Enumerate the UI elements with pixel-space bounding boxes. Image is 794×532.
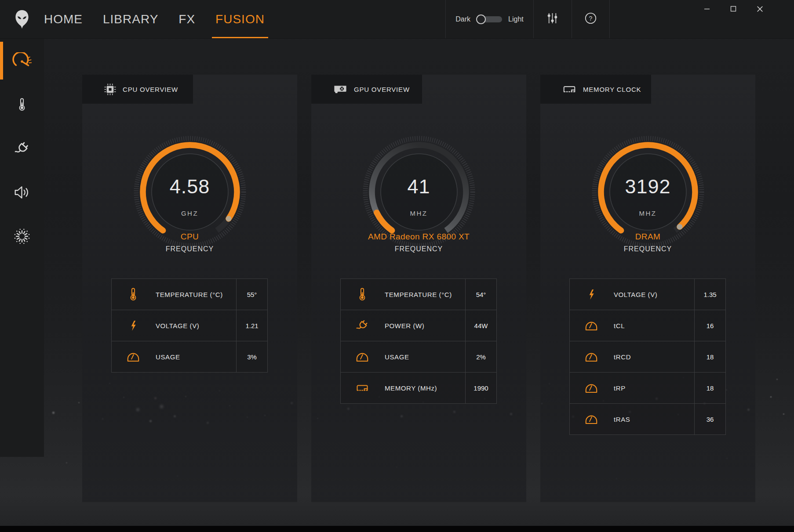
- svg-text:?: ?: [589, 15, 592, 22]
- maximize-icon: [730, 6, 736, 14]
- stat-row-temperature-c: TEMPERATURE (°C)55°: [112, 279, 267, 310]
- panel-tab-title: GPU OVERVIEW: [354, 86, 410, 93]
- theme-switch[interactable]: [476, 14, 503, 24]
- gauge-subtitle: FREQUENCY: [311, 245, 526, 253]
- gauge-icon: [585, 320, 598, 331]
- stat-row-memory-mhz: MEMORY (MHz)1990: [341, 372, 496, 403]
- stat-label: USAGE: [385, 353, 409, 361]
- stat-row-tras: tRAS36: [570, 403, 725, 434]
- sidebar-item-audio[interactable]: [0, 170, 44, 214]
- memory-clock-panel: MEMORY CLOCK 3192 MHZ DRAM FREQUENCY VOL…: [540, 75, 755, 502]
- speedometer-icon: [12, 52, 32, 69]
- sidebar-item-power[interactable]: [0, 127, 44, 170]
- gpu-overview-tab[interactable]: GPU OVERVIEW: [311, 75, 422, 104]
- theme-dark-label: Dark: [455, 15, 470, 23]
- plug-icon: [14, 141, 30, 156]
- stat-label: TEMPERATURE (°C): [156, 291, 223, 298]
- gauge-title: CPU: [82, 232, 297, 242]
- gpu-card-icon: [333, 84, 347, 94]
- gauge-title: AMD Radeon RX 6800 XT: [311, 232, 526, 242]
- stat-value: 1.21: [236, 310, 267, 341]
- alienware-command-center-window: HOME LIBRARY FX FUSION Dark Light ?: [0, 0, 794, 532]
- bottom-strip: [0, 526, 794, 532]
- sidebar-item-thermal[interactable]: [0, 83, 44, 127]
- stat-value: 3%: [236, 341, 267, 372]
- stat-row-trcd: tRCD18: [570, 341, 725, 372]
- panel-tab-title: MEMORY CLOCK: [583, 86, 641, 93]
- gauge-unit: GHZ: [133, 210, 247, 217]
- cpu-overview-tab[interactable]: CPU OVERVIEW: [82, 75, 193, 104]
- stat-label: VOLTAGE (V): [614, 291, 657, 298]
- stat-value: 1.35: [694, 279, 725, 310]
- stat-label: tCL: [614, 322, 625, 329]
- bolt-icon: [127, 320, 140, 331]
- stat-row-usage: USAGE2%: [341, 341, 496, 372]
- gauge-icon: [356, 351, 369, 362]
- panel-tab-title: CPU OVERVIEW: [123, 86, 178, 93]
- minimize-button[interactable]: [694, 0, 720, 19]
- maximize-button[interactable]: [720, 0, 747, 19]
- nav-home[interactable]: HOME: [44, 0, 83, 38]
- gauge-value: 3192: [591, 175, 705, 198]
- stat-row-power-w: POWER (W)44W: [341, 310, 496, 341]
- sidebar-item-fan[interactable]: [0, 214, 44, 258]
- gauge-value: 41: [362, 175, 476, 198]
- speaker-icon: [14, 185, 30, 199]
- theme-switch-knob: [476, 14, 486, 24]
- ram-icon: [562, 85, 576, 94]
- gpu-overview-panel: GPU OVERVIEW 41 MHZ AMD Radeon RX 6800 X…: [311, 75, 526, 502]
- stat-value: 54°: [465, 279, 496, 310]
- gauge-unit: MHZ: [591, 210, 705, 217]
- stat-label: VOLTAGE (V): [156, 322, 199, 329]
- gauge-icon: [585, 414, 598, 425]
- gauge-subtitle: FREQUENCY: [82, 245, 297, 253]
- help-button[interactable]: ?: [572, 0, 609, 38]
- stat-value: 36: [694, 404, 725, 434]
- window-controls: [694, 0, 773, 19]
- minimize-icon: [704, 6, 710, 14]
- gauge-subtitle: FREQUENCY: [540, 245, 755, 253]
- gauge-icon: [127, 351, 140, 362]
- sidebar: [0, 39, 44, 457]
- stat-label: tRP: [614, 384, 626, 392]
- memory-stats-table: VOLTAGE (V)1.35tCL16tRCD18tRP18tRAS36: [569, 279, 726, 435]
- stat-value: 18: [694, 373, 725, 403]
- stat-value: 16: [694, 310, 725, 341]
- close-button[interactable]: [747, 0, 773, 19]
- settings-button[interactable]: [533, 0, 572, 38]
- stat-value: 18: [694, 341, 725, 372]
- titlebar-divider: [609, 0, 610, 38]
- theme-toggle-group: Dark Light: [446, 0, 533, 38]
- nav-fusion[interactable]: FUSION: [215, 0, 265, 38]
- gpu-stats-table: TEMPERATURE (°C)54°POWER (W)44WUSAGE2%ME…: [340, 279, 497, 404]
- stat-row-usage: USAGE3%: [112, 341, 267, 372]
- nav-library[interactable]: LIBRARY: [103, 0, 158, 38]
- stat-value: 2%: [465, 341, 496, 372]
- stat-row-voltage-v: VOLTAGE (V)1.35: [570, 279, 725, 310]
- cpu-stats-table: TEMPERATURE (°C)55°VOLTAGE (V)1.21USAGE3…: [111, 279, 268, 373]
- gauge-icon: [585, 351, 598, 362]
- bolt-icon: [585, 289, 598, 300]
- stat-label: MEMORY (MHz): [385, 384, 437, 392]
- starburst-icon: [13, 228, 31, 245]
- memory-clock-tab[interactable]: MEMORY CLOCK: [540, 75, 651, 104]
- thermometer-icon: [18, 98, 25, 111]
- stat-value: 55°: [236, 279, 267, 310]
- alienware-logo-icon: [0, 9, 44, 29]
- sidebar-item-overclock[interactable]: [0, 39, 44, 83]
- stat-row-trp: tRP18: [570, 372, 725, 403]
- sliders-icon: [547, 12, 558, 26]
- stat-row-tcl: tCL16: [570, 310, 725, 341]
- main-nav: HOME LIBRARY FX FUSION: [44, 0, 265, 38]
- theme-light-label: Light: [508, 15, 524, 23]
- ram-icon: [356, 384, 369, 393]
- stat-row-voltage-v: VOLTAGE (V)1.21: [112, 310, 267, 341]
- gauge-value: 4.58: [133, 175, 247, 198]
- stat-label: tRAS: [614, 416, 630, 423]
- thermometer-icon: [356, 288, 369, 301]
- gauge-title: DRAM: [540, 232, 755, 242]
- cpu-overview-panel: CPU OVERVIEW 4.58 GHZ CPU FREQUENCY TEMP…: [82, 75, 297, 502]
- nav-fx[interactable]: FX: [178, 0, 195, 38]
- stat-value: 1990: [465, 373, 496, 403]
- stat-row-temperature-c: TEMPERATURE (°C)54°: [341, 279, 496, 310]
